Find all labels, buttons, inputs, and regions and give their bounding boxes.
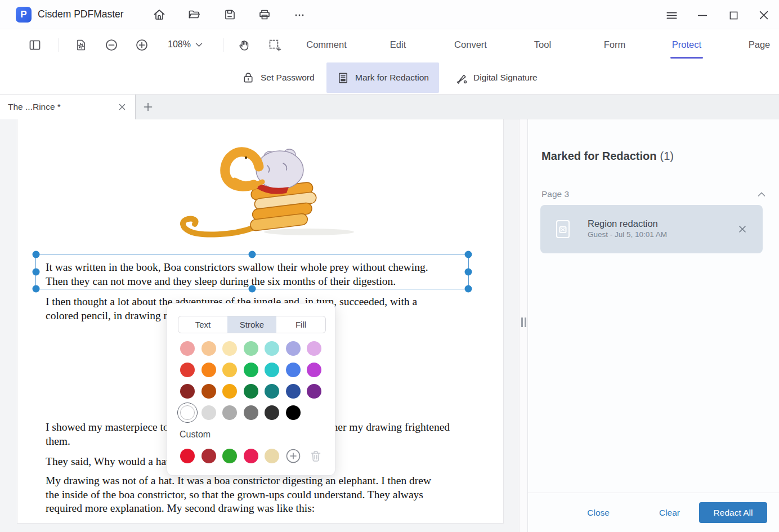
custom-color-swatch[interactable] [222,449,237,463]
color-swatch[interactable] [222,405,237,420]
custom-color-swatch[interactable] [265,449,279,463]
selection-handle-e[interactable] [465,268,472,275]
zoom-level-dropdown[interactable]: 108% [168,39,203,50]
selection-handle-w[interactable] [33,268,40,275]
toolbar: 108% Comment Edit Convert Tool Form Prot… [0,29,779,60]
color-swatch[interactable] [222,384,237,399]
tab-comment[interactable]: Comment [306,39,347,50]
tab-edit[interactable]: Edit [390,39,406,50]
color-swatch[interactable] [222,363,237,377]
color-swatch[interactable] [286,384,301,399]
tab-convert[interactable]: Convert [454,39,487,50]
color-swatch[interactable] [202,341,216,356]
color-swatch[interactable] [265,405,279,420]
custom-color-swatch[interactable] [244,449,258,463]
color-swatch[interactable] [202,363,216,377]
save-icon[interactable] [223,8,236,21]
new-tab-icon[interactable] [144,102,153,111]
print-icon[interactable] [258,8,271,21]
zoom-in-icon[interactable] [135,38,149,52]
app-logo: P [16,7,32,23]
custom-color-swatch[interactable] [202,449,216,463]
remove-redaction-icon[interactable] [738,225,747,234]
delete-custom-color-icon[interactable] [309,449,323,463]
color-swatch[interactable] [307,341,321,356]
toolbar-separator [59,38,59,52]
paragraph: My drawing was not of a hat. It was a bo… [46,474,473,516]
color-swatch[interactable] [307,384,321,399]
tab-form[interactable]: Form [604,39,626,50]
app-menu-icon[interactable] [665,8,678,22]
page-group-header[interactable]: Page 3 [541,187,765,202]
selection-handle-nw[interactable] [33,251,40,258]
color-swatch[interactable] [307,363,321,377]
redaction-selection-box[interactable] [35,254,469,289]
clear-button[interactable]: Clear [659,508,680,518]
page-settings-icon[interactable] [74,38,88,52]
color-swatch[interactable] [244,363,258,377]
redact-all-button[interactable]: Redact All [699,502,767,523]
color-swatch[interactable] [286,341,301,356]
color-swatch-selected[interactable] [180,405,195,420]
app-title: Cisdem PDFMaster [38,8,124,20]
redaction-item-meta: Guest - Jul 5, 10:01 AM [588,230,667,239]
selection-handle-s[interactable] [249,285,256,293]
add-custom-color-icon[interactable] [286,449,301,463]
color-tab-text[interactable]: Text [178,316,227,333]
mark-for-redaction-button[interactable]: Mark for Redaction [326,62,439,93]
color-swatch[interactable] [180,384,195,399]
color-swatch[interactable] [286,363,301,377]
protect-ribbon: Set Password Mark for Redaction Digital … [0,60,779,95]
selection-handle-ne[interactable] [465,251,472,258]
page-group-label: Page 3 [541,189,569,199]
color-swatch[interactable] [265,363,279,377]
redaction-document-icon [337,71,350,84]
color-swatch[interactable] [202,405,216,420]
color-swatch[interactable] [180,363,195,377]
color-swatch[interactable] [202,384,216,399]
marquee-select-icon[interactable] [268,38,281,52]
mark-for-redaction-label: Mark for Redaction [355,73,429,83]
chevron-up-icon[interactable] [758,192,765,197]
custom-colors-label: Custom [180,430,211,440]
custom-color-swatch[interactable] [180,449,195,463]
swatch-row-1 [180,341,321,356]
minimize-icon[interactable] [696,8,709,22]
tab-protect[interactable]: Protect [672,39,701,50]
home-icon[interactable] [153,8,166,21]
document-tab[interactable]: The ...Rince * [0,95,136,119]
zoom-out-icon[interactable] [105,38,118,52]
splitter-grip[interactable] [521,318,526,327]
color-swatch[interactable] [244,384,258,399]
panel-splitter[interactable] [519,119,527,532]
tab-page[interactable]: Page [749,39,771,50]
open-folder-icon[interactable] [187,8,201,21]
title-bar: P Cisdem PDFMaster [0,0,779,29]
redaction-item-card[interactable]: Region redaction Guest - Jul 5, 10:01 AM [540,205,763,253]
more-menu-icon[interactable] [293,8,306,21]
tab-tool[interactable]: Tool [534,39,551,50]
color-swatch[interactable] [222,341,237,356]
signature-pen-icon [455,71,468,84]
selection-handle-sw[interactable] [33,285,40,293]
hand-tool-icon[interactable] [238,38,251,52]
color-swatch[interactable] [265,384,279,399]
sidebar-toggle-icon[interactable] [28,38,42,52]
document-tab-close-icon[interactable] [118,103,126,111]
set-password-button[interactable]: Set Password [233,62,324,93]
color-swatch[interactable] [180,341,195,356]
close-window-icon[interactable] [757,8,771,22]
redaction-count: (1) [660,150,673,162]
color-swatch[interactable] [265,341,279,356]
selection-handle-se[interactable] [465,285,472,293]
selection-handle-n[interactable] [249,251,256,258]
color-swatch[interactable] [286,405,301,420]
color-tab-fill[interactable]: Fill [276,316,325,333]
close-button[interactable]: Close [587,508,610,518]
color-tab-stroke[interactable]: Stroke [227,316,276,333]
color-swatch[interactable] [244,405,258,420]
digital-signature-button[interactable]: Digital Signature [446,62,547,93]
maximize-icon[interactable] [727,8,740,22]
color-swatch[interactable] [244,341,258,356]
lock-icon [242,71,255,84]
